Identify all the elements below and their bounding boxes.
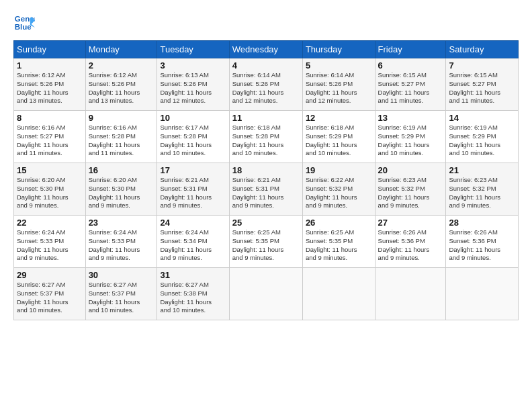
calendar-cell: 27Sunrise: 6:26 AM Sunset: 5:36 PM Dayli… <box>375 216 446 268</box>
day-number: 18 <box>232 165 300 175</box>
day-number: 23 <box>89 218 154 228</box>
day-number: 16 <box>89 165 154 175</box>
day-number: 11 <box>232 113 300 123</box>
calendar-page: General Blue SundayMondayTuesdayWednesda… <box>0 0 532 328</box>
calendar-cell: 6Sunrise: 6:15 AM Sunset: 5:27 PM Daylig… <box>375 58 446 111</box>
calendar-week-row: 1Sunrise: 6:12 AM Sunset: 5:26 PM Daylig… <box>14 58 519 111</box>
weekday-header: Tuesday <box>157 41 229 58</box>
calendar-cell: 31Sunrise: 6:27 AM Sunset: 5:38 PM Dayli… <box>157 268 229 320</box>
day-info: Sunrise: 6:20 AM Sunset: 5:30 PM Dayligh… <box>89 176 154 210</box>
calendar-cell <box>446 268 519 320</box>
day-info: Sunrise: 6:14 AM Sunset: 5:26 PM Dayligh… <box>232 71 300 105</box>
weekday-header-row: SundayMondayTuesdayWednesdayThursdayFrid… <box>14 41 519 58</box>
calendar-cell: 28Sunrise: 6:26 AM Sunset: 5:36 PM Dayli… <box>446 216 519 268</box>
day-info: Sunrise: 6:27 AM Sunset: 5:37 PM Dayligh… <box>89 281 154 315</box>
calendar-cell: 12Sunrise: 6:18 AM Sunset: 5:29 PM Dayli… <box>302 111 375 163</box>
day-number: 1 <box>17 60 83 71</box>
day-info: Sunrise: 6:23 AM Sunset: 5:32 PM Dayligh… <box>378 176 443 210</box>
calendar-cell: 11Sunrise: 6:18 AM Sunset: 5:28 PM Dayli… <box>229 111 302 163</box>
calendar-cell: 8Sunrise: 6:16 AM Sunset: 5:27 PM Daylig… <box>14 111 86 163</box>
day-number: 8 <box>17 113 83 123</box>
day-number: 17 <box>160 165 226 175</box>
calendar-cell: 23Sunrise: 6:24 AM Sunset: 5:33 PM Dayli… <box>85 216 157 268</box>
day-number: 7 <box>449 60 515 71</box>
day-number: 10 <box>160 113 226 123</box>
day-info: Sunrise: 6:16 AM Sunset: 5:28 PM Dayligh… <box>89 124 154 158</box>
day-info: Sunrise: 6:23 AM Sunset: 5:32 PM Dayligh… <box>449 176 515 210</box>
day-info: Sunrise: 6:26 AM Sunset: 5:36 PM Dayligh… <box>378 228 443 263</box>
calendar-week-row: 8Sunrise: 6:16 AM Sunset: 5:27 PM Daylig… <box>14 111 519 163</box>
day-info: Sunrise: 6:18 AM Sunset: 5:28 PM Dayligh… <box>232 124 300 158</box>
weekday-header: Monday <box>85 41 157 58</box>
day-number: 26 <box>306 218 372 228</box>
calendar-cell: 30Sunrise: 6:27 AM Sunset: 5:37 PM Dayli… <box>85 268 157 320</box>
calendar-week-row: 22Sunrise: 6:24 AM Sunset: 5:33 PM Dayli… <box>14 216 519 268</box>
calendar-cell: 1Sunrise: 6:12 AM Sunset: 5:26 PM Daylig… <box>14 58 86 111</box>
calendar-cell: 19Sunrise: 6:22 AM Sunset: 5:32 PM Dayli… <box>302 163 375 216</box>
calendar-cell: 25Sunrise: 6:25 AM Sunset: 5:35 PM Dayli… <box>229 216 302 268</box>
calendar-cell: 3Sunrise: 6:13 AM Sunset: 5:26 PM Daylig… <box>157 58 229 111</box>
day-number: 31 <box>160 270 226 280</box>
calendar-cell: 20Sunrise: 6:23 AM Sunset: 5:32 PM Dayli… <box>375 163 446 216</box>
day-info: Sunrise: 6:27 AM Sunset: 5:37 PM Dayligh… <box>17 281 83 315</box>
logo-icon: General Blue <box>13 12 35 34</box>
day-number: 13 <box>378 113 443 123</box>
day-number: 30 <box>89 270 154 280</box>
day-info: Sunrise: 6:19 AM Sunset: 5:29 PM Dayligh… <box>378 124 443 158</box>
calendar-week-row: 29Sunrise: 6:27 AM Sunset: 5:37 PM Dayli… <box>14 268 519 320</box>
calendar-cell: 26Sunrise: 6:25 AM Sunset: 5:35 PM Dayli… <box>302 216 375 268</box>
day-number: 3 <box>160 60 226 71</box>
day-info: Sunrise: 6:20 AM Sunset: 5:30 PM Dayligh… <box>17 176 83 210</box>
weekday-header: Sunday <box>14 41 86 58</box>
day-info: Sunrise: 6:21 AM Sunset: 5:31 PM Dayligh… <box>160 176 226 210</box>
calendar-cell: 2Sunrise: 6:12 AM Sunset: 5:26 PM Daylig… <box>85 58 157 111</box>
day-number: 21 <box>449 165 515 175</box>
day-number: 24 <box>160 218 226 228</box>
calendar-cell: 4Sunrise: 6:14 AM Sunset: 5:26 PM Daylig… <box>229 58 302 111</box>
calendar-cell: 7Sunrise: 6:15 AM Sunset: 5:27 PM Daylig… <box>446 58 519 111</box>
day-info: Sunrise: 6:13 AM Sunset: 5:26 PM Dayligh… <box>160 71 226 105</box>
day-info: Sunrise: 6:25 AM Sunset: 5:35 PM Dayligh… <box>232 228 300 263</box>
calendar-cell <box>302 268 375 320</box>
calendar-table: SundayMondayTuesdayWednesdayThursdayFrid… <box>13 40 519 320</box>
calendar-cell: 22Sunrise: 6:24 AM Sunset: 5:33 PM Dayli… <box>14 216 86 268</box>
weekday-header: Wednesday <box>229 41 302 58</box>
day-number: 4 <box>232 60 300 71</box>
calendar-cell <box>375 268 446 320</box>
day-number: 2 <box>89 60 154 71</box>
header: General Blue <box>13 12 519 34</box>
svg-text:Blue: Blue <box>15 23 32 31</box>
calendar-cell: 5Sunrise: 6:14 AM Sunset: 5:26 PM Daylig… <box>302 58 375 111</box>
day-info: Sunrise: 6:26 AM Sunset: 5:36 PM Dayligh… <box>449 228 515 263</box>
day-info: Sunrise: 6:12 AM Sunset: 5:26 PM Dayligh… <box>17 71 83 105</box>
day-number: 6 <box>378 60 443 71</box>
calendar-week-row: 15Sunrise: 6:20 AM Sunset: 5:30 PM Dayli… <box>14 163 519 216</box>
calendar-cell: 17Sunrise: 6:21 AM Sunset: 5:31 PM Dayli… <box>157 163 229 216</box>
day-number: 20 <box>378 165 443 175</box>
day-info: Sunrise: 6:15 AM Sunset: 5:27 PM Dayligh… <box>449 71 515 105</box>
day-info: Sunrise: 6:17 AM Sunset: 5:28 PM Dayligh… <box>160 124 226 158</box>
day-number: 22 <box>17 218 83 228</box>
day-number: 25 <box>232 218 300 228</box>
day-info: Sunrise: 6:27 AM Sunset: 5:38 PM Dayligh… <box>160 281 226 315</box>
day-info: Sunrise: 6:21 AM Sunset: 5:31 PM Dayligh… <box>232 176 300 210</box>
day-number: 27 <box>378 218 443 228</box>
calendar-cell <box>229 268 302 320</box>
day-info: Sunrise: 6:18 AM Sunset: 5:29 PM Dayligh… <box>306 124 372 158</box>
day-info: Sunrise: 6:24 AM Sunset: 5:34 PM Dayligh… <box>160 228 226 263</box>
day-info: Sunrise: 6:22 AM Sunset: 5:32 PM Dayligh… <box>306 176 372 210</box>
day-info: Sunrise: 6:19 AM Sunset: 5:29 PM Dayligh… <box>449 124 515 158</box>
day-info: Sunrise: 6:12 AM Sunset: 5:26 PM Dayligh… <box>89 71 154 105</box>
day-number: 5 <box>306 60 372 71</box>
calendar-cell: 24Sunrise: 6:24 AM Sunset: 5:34 PM Dayli… <box>157 216 229 268</box>
weekday-header: Friday <box>375 41 446 58</box>
calendar-cell: 18Sunrise: 6:21 AM Sunset: 5:31 PM Dayli… <box>229 163 302 216</box>
logo: General Blue <box>13 12 35 34</box>
calendar-cell: 10Sunrise: 6:17 AM Sunset: 5:28 PM Dayli… <box>157 111 229 163</box>
day-number: 15 <box>17 165 83 175</box>
calendar-cell: 9Sunrise: 6:16 AM Sunset: 5:28 PM Daylig… <box>85 111 157 163</box>
day-number: 12 <box>306 113 372 123</box>
day-info: Sunrise: 6:25 AM Sunset: 5:35 PM Dayligh… <box>306 228 372 263</box>
day-number: 29 <box>17 270 83 280</box>
weekday-header: Thursday <box>302 41 375 58</box>
